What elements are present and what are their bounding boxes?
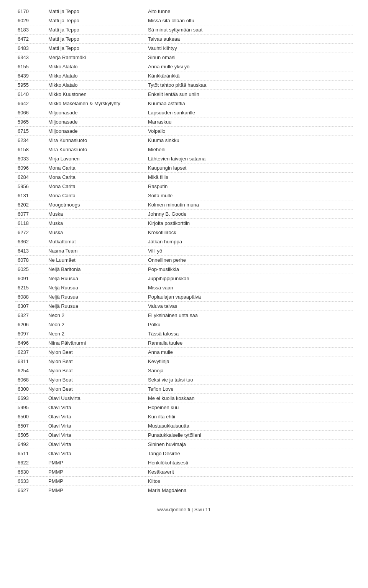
footer-website: www.djonline.fi [157,507,190,512]
artist-name: Niina Päivänurmi [46,339,146,348]
artist-name: Olavi Virta [46,421,146,431]
artist-name: Neljä Ruusua [46,302,146,311]
song-id: 6237 [15,348,46,357]
song-title: Lähtevien laivojen satama [146,154,353,164]
table-row: 6439 Mikko Alatalo Känkkäränkkä [15,71,353,81]
song-title: Kaupungin lapset [146,164,353,173]
artist-name: Neon 2 [46,320,146,329]
artist-name: Matti ja Teppo [46,44,146,53]
song-id: 6362 [15,237,46,246]
artist-name: Mutkattomat [46,237,146,246]
table-row: 6630 PMMP Kesäkaverit [15,467,353,477]
table-row: 6158 Mira Kunnasluoto Mieheni [15,145,353,154]
artist-name: Neon 2 [46,329,146,339]
artist-name: Miljoonasade [46,127,146,136]
table-row: 6077 Muska Johnny B. Goode [15,210,353,219]
table-row: 6633 PMMP Kiitos [15,477,353,486]
table-row: 5995 Olavi Virta Hopeinen kuu [15,403,353,412]
song-id: 6077 [15,210,46,219]
song-id: 6029 [15,16,46,25]
song-title: Kiitos [146,477,353,486]
artist-name: Mirja Lavonen [46,154,146,164]
artist-name: PMMP [46,458,146,467]
song-id: 6158 [15,145,46,154]
table-row: 6300 Nylon Beat Teflon Love [15,385,353,394]
song-id: 6215 [15,283,46,292]
table-row: 6327 Neon 2 Ei yksinäinen unta saa [15,311,353,320]
song-title: Me ei kuolla koskaan [146,394,353,403]
song-title: Rasputin [146,182,353,191]
song-id: 6088 [15,292,46,302]
artist-name: Olavi Uusivirta [46,394,146,403]
song-id: 6693 [15,394,46,403]
artist-name: Matti ja Teppo [46,35,146,44]
song-id: 6633 [15,477,46,486]
footer-page: Sivu 11 [194,507,211,512]
artist-name: PMMP [46,477,146,486]
table-row: 6096 Mona Carita Kaupungin lapset [15,164,353,173]
song-id: 6715 [15,127,46,136]
artist-name: Mira Kunnasluoto [46,136,146,145]
song-title: Pop-musiikkia [146,265,353,274]
table-row: 6202 Moogetmoogs Kolmen minuutin muna [15,200,353,210]
song-id: 6234 [15,136,46,145]
song-id: 6131 [15,191,46,200]
song-id: 5965 [15,117,46,127]
artist-name: Nylon Beat [46,366,146,375]
artist-name: Olavi Virta [46,431,146,440]
table-row: 6033 Mirja Lavonen Lähtevien laivojen sa… [15,154,353,164]
table-row: 6343 Merja Rantamäki Sinun omasi [15,53,353,62]
song-id: 6343 [15,53,46,62]
artist-name: Matti ja Teppo [46,16,146,25]
table-row: 5955 Mikko Alatalo Tytöt tahtoo pitää ha… [15,81,353,90]
song-title: Krokotiilirock [146,228,353,237]
song-id: 6327 [15,311,46,320]
table-row: 6078 Ne Luumäet Onnellinen perhe [15,256,353,265]
artist-name: Mira Kunnasluoto [46,145,146,154]
song-title: Marraskuu [146,117,353,127]
song-title: Tango Desirée [146,449,353,458]
song-title: Teflon Love [146,385,353,394]
artist-name: Nylon Beat [46,357,146,366]
song-title: Känkkäränkkä [146,71,353,81]
table-row: 6715 Miljoonasade Voipallo [15,127,353,136]
song-title: Sanoja [146,366,353,375]
song-id: 6511 [15,449,46,458]
song-title: Kolmen minuutin muna [146,200,353,210]
song-id: 6033 [15,154,46,164]
song-id: 6496 [15,339,46,348]
song-id: 6140 [15,90,46,99]
table-row: 6066 Miljoonasade Lapsuuden sankarille [15,108,353,117]
song-title: Juppihippipunkkari [146,274,353,283]
table-row: 6254 Nylon Beat Sanoja [15,366,353,375]
song-title: Kevytlinja [146,357,353,366]
artist-name: Nylon Beat [46,375,146,385]
song-title: Enkelit lentää sun uniin [146,90,353,99]
table-row: 6088 Neljä Ruusua Poplaulajan vapaapäivä [15,292,353,302]
artist-name: Neljä Ruusua [46,292,146,302]
song-title: Valuva taivas [146,302,353,311]
table-row: 6140 Mikko Kuustonen Enkelit lentää sun … [15,90,353,99]
song-title: Lapsuuden sankarille [146,108,353,117]
table-row: 6472 Matti ja Teppo Taivas aukeaa [15,35,353,44]
table-row: 6206 Neon 2 Polku [15,320,353,329]
song-title: Aito tunne [146,7,353,16]
song-title: Missä sitä ollaan oltu [146,16,353,25]
table-row: 6234 Mira Kunnasluoto Kuuma sinkku [15,136,353,145]
song-title: Tytöt tahtoo pitää hauskaa [146,81,353,90]
song-id: 5955 [15,81,46,90]
artist-name: Nylon Beat [46,385,146,394]
artist-name: Neljä Ruusua [46,283,146,292]
artist-name: Mona Carita [46,191,146,200]
table-row: 6492 Olavi Virta Sininen huvimaja [15,440,353,449]
song-title: Sinun omasi [146,53,353,62]
song-title: Sä minut syttymään saat [146,25,353,35]
table-row: 6284 Mona Carita Mikä fiilis [15,173,353,182]
table-row: 6362 Mutkattomat Jätkän humppa [15,237,353,246]
song-id: 6439 [15,71,46,81]
table-row: 6170 Matti ja Teppo Aito tunne [15,7,353,16]
song-title: Mikä fiilis [146,173,353,182]
table-row: 6693 Olavi Uusivirta Me ei kuolla koskaa… [15,394,353,403]
table-row: 6496 Niina Päivänurmi Rannalla tuulee [15,339,353,348]
song-id: 6097 [15,329,46,339]
